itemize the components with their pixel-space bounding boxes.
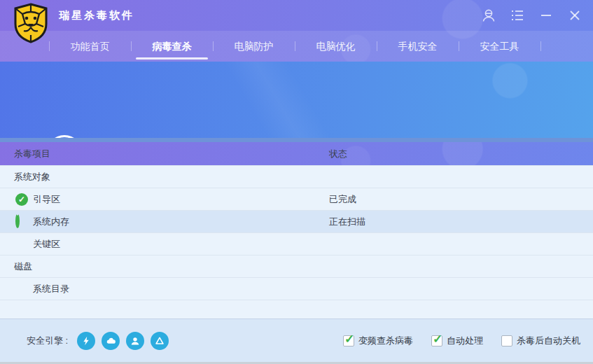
checkbox-box: ✓ — [501, 335, 512, 346]
tab-home[interactable]: 功能首页 — [49, 31, 131, 62]
checkbox-auto-handle[interactable]: ✓ 自动处理 — [431, 335, 483, 347]
table-row-system-memory[interactable]: 系统内存 正在扫描 — [0, 211, 593, 233]
app-title: 瑞星杀毒软件 — [59, 0, 134, 31]
tab-pc-protection[interactable]: 电脑防护 — [213, 31, 295, 62]
cloud-engine-icon — [102, 332, 120, 350]
rising-lion-logo-icon — [13, 3, 49, 43]
titlebar: 瑞星杀毒软件 — [0, 0, 593, 31]
rising-antivirus-window: 瑞星杀毒软件 — [0, 0, 593, 364]
scan-banner: 快速查杀 - 正在扫描 C:\WINDOWS\SYSTEM32\MSI.DLL … — [0, 62, 593, 138]
tab-virus-scan[interactable]: 病毒查杀 — [131, 31, 213, 62]
checkbox-label: 杀毒后自动关机 — [517, 335, 580, 347]
table-row-system-directory[interactable]: 系统目录 — [0, 278, 593, 300]
tab-security-tools[interactable]: 安全工具 — [459, 31, 540, 62]
scan-items-table: 杀毒项目 状态 系统对象 ✓ 引导区 已完成 系统内存 正在扫描 关键区 磁盘 … — [0, 142, 593, 318]
checkbox-box: ✓ — [431, 335, 442, 346]
tab-pc-optimize[interactable]: 电脑优化 — [295, 31, 377, 62]
security-engines: 安全引擎 : — [27, 319, 169, 363]
header: 瑞星杀毒软件 — [0, 0, 593, 62]
user-engine-icon — [126, 332, 144, 350]
check-complete-icon: ✓ — [15, 193, 28, 206]
checkmark-icon: ✓ — [344, 332, 354, 346]
scanning-spinner-icon — [15, 216, 20, 226]
lightning-engine-icon — [77, 332, 95, 350]
table-row-critical-areas[interactable]: 关键区 — [0, 233, 593, 255]
checkbox-label: 变频查杀病毒 — [358, 335, 413, 347]
checkbox-box: ✓ — [343, 335, 354, 346]
drive-engine-icon — [151, 332, 169, 350]
nav-divider — [540, 41, 541, 51]
column-header-item: 杀毒项目 — [14, 148, 50, 160]
menu-list-icon[interactable] — [509, 7, 526, 24]
checkbox-shutdown-after-scan[interactable]: ✓ 杀毒后自动关机 — [501, 335, 580, 347]
table-row-boot-sector[interactable]: ✓ 引导区 已完成 — [0, 188, 593, 211]
table-header-row: 杀毒项目 状态 — [0, 142, 593, 166]
close-icon[interactable] — [566, 7, 583, 24]
tab-mobile-security[interactable]: 手机安全 — [377, 31, 459, 62]
scan-options: ✓ 变频查杀病毒 ✓ 自动处理 ✓ 杀毒后自动关机 — [343, 319, 580, 363]
footer-bar: 安全引擎 : ✓ 变频查杀病毒 ✓ 自动处理 — [0, 318, 593, 362]
checkmark-icon: ✓ — [433, 332, 442, 346]
table-row-system-objects[interactable]: 系统对象 — [0, 166, 593, 188]
minimize-icon[interactable] — [538, 7, 554, 24]
window-controls — [480, 7, 583, 24]
user-account-icon[interactable] — [480, 7, 497, 24]
checkbox-variable-frequency-scan[interactable]: ✓ 变频查杀病毒 — [343, 335, 413, 347]
checkbox-label: 自动处理 — [447, 335, 483, 347]
nav-tabs: 功能首页 病毒查杀 电脑防护 电脑优化 手机安全 安全工具 — [0, 31, 593, 62]
table-row-disks[interactable]: 磁盘 — [0, 255, 593, 278]
column-header-status: 状态 — [329, 148, 347, 160]
engines-label: 安全引擎 : — [27, 335, 68, 347]
